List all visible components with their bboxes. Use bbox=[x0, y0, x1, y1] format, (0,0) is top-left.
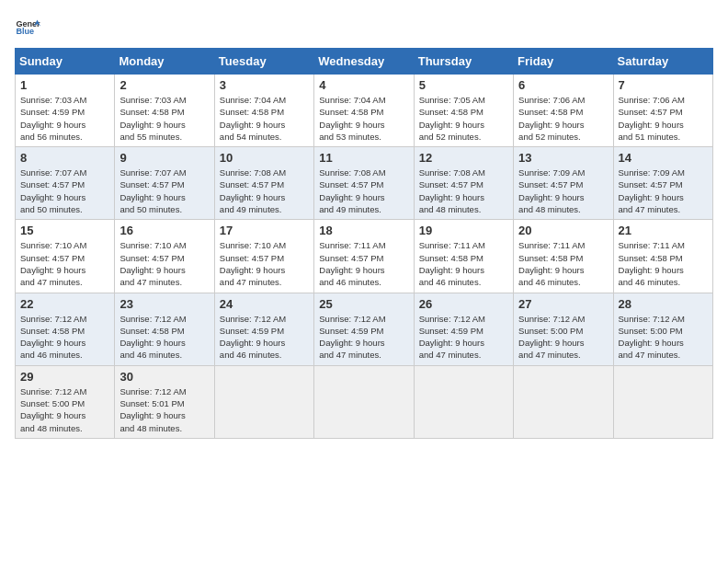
calendar-cell: 6 Sunrise: 7:06 AMSunset: 4:58 PMDayligh… bbox=[514, 75, 613, 147]
day-number: 26 bbox=[419, 297, 508, 311]
day-number: 28 bbox=[619, 297, 708, 311]
calendar-cell: 29 Sunrise: 7:12 AMSunset: 5:00 PMDaylig… bbox=[16, 365, 115, 438]
logo: General Blue bbox=[15, 15, 40, 40]
cell-info: Sunrise: 7:08 AMSunset: 4:57 PMDaylight:… bbox=[220, 167, 286, 214]
calendar-cell: 25 Sunrise: 7:12 AMSunset: 4:59 PMDaylig… bbox=[314, 293, 414, 365]
cell-info: Sunrise: 7:08 AMSunset: 4:57 PMDaylight:… bbox=[319, 167, 385, 214]
cell-info: Sunrise: 7:09 AMSunset: 4:57 PMDaylight:… bbox=[619, 167, 685, 214]
weekday-header-sunday: Sunday bbox=[16, 49, 115, 75]
cell-info: Sunrise: 7:03 AMSunset: 4:58 PMDaylight:… bbox=[119, 95, 186, 142]
cell-info: Sunrise: 7:06 AMSunset: 4:58 PMDaylight:… bbox=[518, 95, 585, 142]
cell-info: Sunrise: 7:12 AMSunset: 5:00 PMDaylight:… bbox=[518, 314, 585, 361]
day-number: 1 bbox=[20, 78, 109, 92]
calendar-cell: 3 Sunrise: 7:04 AMSunset: 4:58 PMDayligh… bbox=[214, 75, 313, 147]
calendar-cell bbox=[414, 365, 513, 438]
cell-info: Sunrise: 7:11 AMSunset: 4:57 PMDaylight:… bbox=[319, 240, 385, 287]
calendar-cell bbox=[314, 365, 414, 438]
calendar-cell: 5 Sunrise: 7:05 AMSunset: 4:58 PMDayligh… bbox=[414, 75, 513, 147]
calendar-cell: 27 Sunrise: 7:12 AMSunset: 5:00 PMDaylig… bbox=[514, 293, 613, 365]
day-number: 17 bbox=[220, 224, 309, 237]
cell-info: Sunrise: 7:06 AMSunset: 4:57 PMDaylight:… bbox=[619, 95, 685, 142]
calendar-cell: 28 Sunrise: 7:12 AMSunset: 5:00 PMDaylig… bbox=[613, 293, 712, 365]
day-number: 21 bbox=[619, 224, 708, 237]
day-number: 6 bbox=[518, 78, 608, 92]
weekday-header-saturday: Saturday bbox=[613, 49, 712, 75]
calendar-week-3: 15 Sunrise: 7:10 AMSunset: 4:57 PMDaylig… bbox=[16, 220, 713, 293]
calendar-cell: 20 Sunrise: 7:11 AMSunset: 4:58 PMDaylig… bbox=[514, 220, 613, 293]
cell-info: Sunrise: 7:03 AMSunset: 4:59 PMDaylight:… bbox=[20, 95, 86, 142]
cell-info: Sunrise: 7:04 AMSunset: 4:58 PMDaylight:… bbox=[220, 95, 286, 142]
day-number: 12 bbox=[419, 151, 508, 165]
day-number: 13 bbox=[518, 151, 608, 165]
day-number: 30 bbox=[119, 370, 209, 384]
calendar-cell: 15 Sunrise: 7:10 AMSunset: 4:57 PMDaylig… bbox=[16, 220, 115, 293]
cell-info: Sunrise: 7:12 AMSunset: 4:58 PMDaylight:… bbox=[119, 314, 186, 361]
calendar-header: SundayMondayTuesdayWednesdayThursdayFrid… bbox=[16, 49, 713, 75]
day-number: 25 bbox=[319, 297, 408, 311]
cell-info: Sunrise: 7:11 AMSunset: 4:58 PMDaylight:… bbox=[619, 240, 685, 287]
calendar-cell: 21 Sunrise: 7:11 AMSunset: 4:58 PMDaylig… bbox=[613, 220, 712, 293]
weekday-header-tuesday: Tuesday bbox=[214, 49, 313, 75]
cell-info: Sunrise: 7:12 AMSunset: 5:00 PMDaylight:… bbox=[619, 314, 685, 361]
calendar-cell bbox=[613, 365, 712, 438]
day-number: 14 bbox=[619, 151, 708, 165]
day-number: 4 bbox=[319, 78, 408, 92]
cell-info: Sunrise: 7:12 AMSunset: 5:00 PMDaylight:… bbox=[20, 386, 86, 433]
cell-info: Sunrise: 7:12 AMSunset: 5:01 PMDaylight:… bbox=[119, 386, 186, 433]
day-number: 2 bbox=[119, 78, 209, 92]
day-number: 27 bbox=[518, 297, 608, 311]
calendar-cell: 23 Sunrise: 7:12 AMSunset: 4:58 PMDaylig… bbox=[115, 293, 214, 365]
day-number: 5 bbox=[419, 78, 508, 92]
calendar-cell: 2 Sunrise: 7:03 AMSunset: 4:58 PMDayligh… bbox=[115, 75, 214, 147]
calendar-cell: 8 Sunrise: 7:07 AMSunset: 4:57 PMDayligh… bbox=[16, 147, 115, 220]
calendar-cell: 22 Sunrise: 7:12 AMSunset: 4:58 PMDaylig… bbox=[16, 293, 115, 365]
cell-info: Sunrise: 7:05 AMSunset: 4:58 PMDaylight:… bbox=[419, 95, 485, 142]
calendar-week-4: 22 Sunrise: 7:12 AMSunset: 4:58 PMDaylig… bbox=[16, 293, 713, 365]
cell-info: Sunrise: 7:09 AMSunset: 4:57 PMDaylight:… bbox=[518, 167, 585, 214]
logo-icon: General Blue bbox=[15, 15, 40, 40]
calendar-cell: 12 Sunrise: 7:08 AMSunset: 4:57 PMDaylig… bbox=[414, 147, 513, 220]
cell-info: Sunrise: 7:12 AMSunset: 4:59 PMDaylight:… bbox=[419, 314, 485, 361]
day-number: 18 bbox=[319, 224, 408, 237]
day-number: 24 bbox=[220, 297, 309, 311]
cell-info: Sunrise: 7:07 AMSunset: 4:57 PMDaylight:… bbox=[119, 167, 186, 214]
calendar-cell: 13 Sunrise: 7:09 AMSunset: 4:57 PMDaylig… bbox=[514, 147, 613, 220]
calendar-cell: 1 Sunrise: 7:03 AMSunset: 4:59 PMDayligh… bbox=[16, 75, 115, 147]
calendar-cell: 4 Sunrise: 7:04 AMSunset: 4:58 PMDayligh… bbox=[314, 75, 414, 147]
day-number: 8 bbox=[20, 151, 109, 165]
calendar-cell bbox=[214, 365, 313, 438]
calendar-cell: 16 Sunrise: 7:10 AMSunset: 4:57 PMDaylig… bbox=[115, 220, 214, 293]
calendar-cell: 14 Sunrise: 7:09 AMSunset: 4:57 PMDaylig… bbox=[613, 147, 712, 220]
weekday-header-thursday: Thursday bbox=[414, 49, 513, 75]
calendar-cell: 26 Sunrise: 7:12 AMSunset: 4:59 PMDaylig… bbox=[414, 293, 513, 365]
day-number: 10 bbox=[220, 151, 309, 165]
calendar-body: 1 Sunrise: 7:03 AMSunset: 4:59 PMDayligh… bbox=[16, 75, 713, 439]
calendar: SundayMondayTuesdayWednesdayThursdayFrid… bbox=[15, 48, 713, 439]
calendar-cell: 9 Sunrise: 7:07 AMSunset: 4:57 PMDayligh… bbox=[115, 147, 214, 220]
calendar-cell: 17 Sunrise: 7:10 AMSunset: 4:57 PMDaylig… bbox=[214, 220, 313, 293]
calendar-cell: 10 Sunrise: 7:08 AMSunset: 4:57 PMDaylig… bbox=[214, 147, 313, 220]
day-number: 29 bbox=[20, 370, 109, 384]
calendar-cell: 19 Sunrise: 7:11 AMSunset: 4:58 PMDaylig… bbox=[414, 220, 513, 293]
day-number: 19 bbox=[419, 224, 508, 237]
calendar-week-2: 8 Sunrise: 7:07 AMSunset: 4:57 PMDayligh… bbox=[16, 147, 713, 220]
calendar-cell: 24 Sunrise: 7:12 AMSunset: 4:59 PMDaylig… bbox=[214, 293, 313, 365]
weekday-header-monday: Monday bbox=[115, 49, 214, 75]
day-number: 3 bbox=[220, 78, 309, 92]
svg-text:Blue: Blue bbox=[16, 27, 34, 36]
cell-info: Sunrise: 7:08 AMSunset: 4:57 PMDaylight:… bbox=[419, 167, 485, 214]
cell-info: Sunrise: 7:12 AMSunset: 4:59 PMDaylight:… bbox=[319, 314, 385, 361]
cell-info: Sunrise: 7:12 AMSunset: 4:59 PMDaylight:… bbox=[220, 314, 286, 361]
cell-info: Sunrise: 7:10 AMSunset: 4:57 PMDaylight:… bbox=[119, 240, 186, 287]
day-number: 16 bbox=[119, 224, 209, 237]
cell-info: Sunrise: 7:12 AMSunset: 4:58 PMDaylight:… bbox=[20, 314, 86, 361]
day-number: 11 bbox=[319, 151, 408, 165]
day-number: 15 bbox=[20, 224, 109, 237]
day-number: 9 bbox=[119, 151, 209, 165]
cell-info: Sunrise: 7:04 AMSunset: 4:58 PMDaylight:… bbox=[319, 95, 385, 142]
calendar-cell: 11 Sunrise: 7:08 AMSunset: 4:57 PMDaylig… bbox=[314, 147, 414, 220]
weekday-header-wednesday: Wednesday bbox=[314, 49, 414, 75]
calendar-cell bbox=[514, 365, 613, 438]
day-number: 20 bbox=[518, 224, 608, 237]
cell-info: Sunrise: 7:10 AMSunset: 4:57 PMDaylight:… bbox=[20, 240, 86, 287]
